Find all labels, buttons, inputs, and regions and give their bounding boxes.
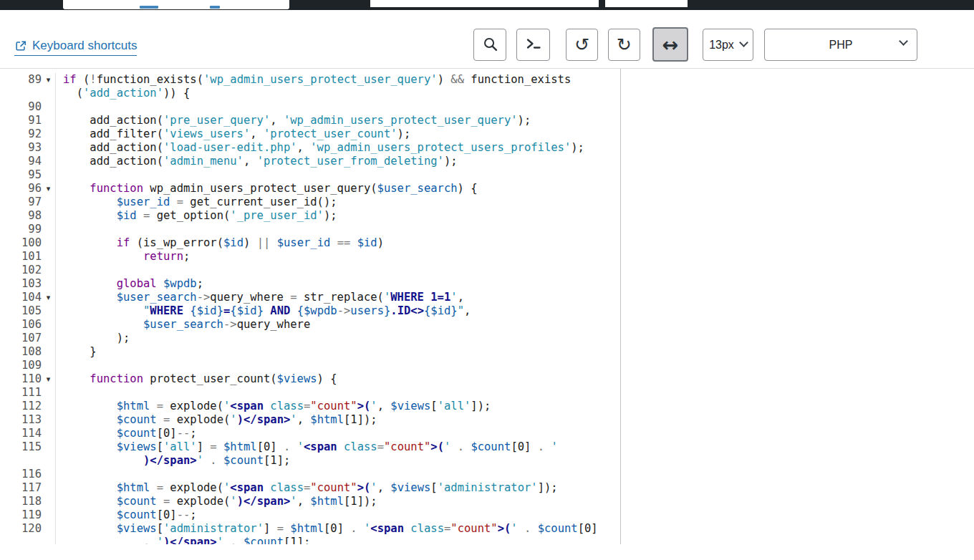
code-token: = [377,440,384,453]
code-token: $html [223,440,257,453]
code-token: ); [444,155,458,168]
code-line[interactable]: 102 [0,264,620,277]
fold-spacer [42,264,55,277]
code-line[interactable]: 106$user_search->query_where [0,318,620,332]
code-token: >( [498,522,511,535]
code-token: ); [324,209,337,222]
code-line[interactable]: 97$user_id = get_current_user_id(); [0,195,620,209]
code-line[interactable]: 89▾if (!function_exists('wp_admin_users_… [0,73,620,87]
code-line[interactable]: 111 [0,386,620,400]
code-token: 'administrator' [438,481,538,494]
code-line[interactable]: 107); [0,332,620,345]
code-line[interactable]: 93add_action('load-user-edit.php', 'wp_a… [0,141,620,155]
code-token: ; [183,250,190,263]
terminal-button[interactable] [516,29,550,61]
code-line[interactable]: ('add_action')) { [0,87,620,100]
code-line[interactable]: )</span>' . $count[1]; [0,454,620,468]
code-token: )</span> [143,454,197,467]
code-line[interactable]: 90 [0,100,620,114]
code-token: <span [370,522,404,535]
code-token: "count" [310,400,357,412]
search-button[interactable] [473,29,506,61]
code-line[interactable]: 109 [0,359,620,372]
code-line[interactable]: 114$count[0]--; [0,427,620,440]
fold-arrow-icon[interactable]: ▾ [42,182,55,195]
line-number: 90 [0,100,42,114]
code-line[interactable]: 108} [0,345,620,359]
code-token: -- [177,427,191,440]
code-line[interactable]: . ')</span>' . $count[1]; [0,536,620,544]
code-line[interactable]: 103global $wpdb; [0,277,620,291]
code-line[interactable]: 113$count = explode(')</span>', $html[1]… [0,413,620,427]
code-line[interactable]: 112$html = explode('<span class="count">… [0,400,620,413]
line-number [0,536,42,544]
code-token: $id [223,236,244,249]
code-token: ) { [317,372,337,385]
keyboard-shortcuts-link[interactable]: Keyboard shortcuts [14,39,137,56]
code-token: $count [117,413,157,426]
code-token: $html [117,481,150,494]
code-line[interactable]: 117$html = explode('<span class="count">… [0,481,620,495]
code-token: ' [370,400,377,412]
code-text: if (!function_exists('wp_admin_users_pro… [56,73,571,87]
cutoff-input-1[interactable] [63,0,289,9]
code-token: = [203,440,223,453]
code-token: ); [518,114,531,127]
code-line[interactable]: 100if (is_wp_error($id) || $user_id == $… [0,236,620,250]
code-line[interactable]: 105"WHERE {$id}={$id} AND {$wpdb->users}… [0,304,620,318]
undo-button[interactable]: ↺ [566,29,598,61]
code-editor[interactable]: 89▾if (!function_exists('wp_admin_users_… [0,69,621,544]
code-line[interactable]: 104▾$user_search->query_where = str_repl… [0,291,620,304]
code-line[interactable]: 119$count[0]--; [0,508,620,522]
code-token [157,277,163,290]
fold-spacer [42,100,55,114]
cutoff-input-2[interactable] [370,0,599,7]
redo-button[interactable]: ↻ [608,29,640,61]
code-line[interactable]: 101return; [0,250,620,264]
code-token: 'load-user-edit.php' [163,141,297,154]
code-text: $user_id = get_current_user_id(); [56,195,337,209]
code-token: $views [277,372,317,385]
terminal-icon [525,35,542,54]
code-token: class [404,522,444,535]
code-line[interactable]: 115$views['all'] = $html[0] . '<span cla… [0,440,620,454]
code-token: [0] [257,440,277,453]
code-text [56,100,63,114]
cutoff-input-3[interactable] [605,0,688,7]
code-token: explode( [170,481,223,494]
fold-arrow-icon[interactable]: ▾ [42,73,55,87]
fold-arrow-icon[interactable]: ▾ [42,372,55,386]
code-line[interactable]: 96▾function wp_admin_users_protect_user_… [0,182,620,195]
code-line[interactable]: 116 [0,468,620,481]
top-dark-bar [0,0,974,10]
fold-spacer [42,168,55,182]
code-line[interactable]: 118$count = explode(')</span>', $html[1]… [0,495,620,508]
code-line[interactable]: 92add_filter('views_users', 'protect_use… [0,127,620,141]
line-number: 100 [0,236,42,250]
code-token: $id [117,209,137,222]
code-token: . [203,454,223,467]
line-number: 99 [0,223,42,236]
gutter-cell: 114 [0,427,56,440]
code-line[interactable]: 95 [0,168,620,182]
language-select[interactable]: PHP [764,29,917,61]
code-token: add_action( [90,114,163,127]
expand-horizontal-button[interactable]: ↔ [652,27,688,62]
undo-icon: ↺ [574,36,589,54]
code-token: function_exists [471,73,571,86]
code-line[interactable]: 99 [0,223,620,236]
code-line[interactable]: 91add_action('pre_user_query', 'wp_admin… [0,114,620,127]
gutter-cell: 103 [0,277,56,291]
code-text [56,386,63,400]
code-line[interactable]: 94add_action('admin_menu', 'protect_user… [0,155,620,168]
code-text: ); [56,332,130,345]
code-line[interactable]: 98$id = get_option('_pre_user_id'); [0,209,620,223]
code-token: , [297,141,311,154]
code-line[interactable]: 120$views['administrator'] = $html[0] . … [0,522,620,536]
fold-spacer [42,400,55,413]
fold-arrow-icon[interactable]: ▾ [42,291,55,304]
font-size-select[interactable]: 13px [703,29,753,61]
code-line[interactable]: 110▾function protect_user_count($views) … [0,372,620,386]
code-token: $count [117,508,157,521]
code-token: ' [551,440,557,453]
